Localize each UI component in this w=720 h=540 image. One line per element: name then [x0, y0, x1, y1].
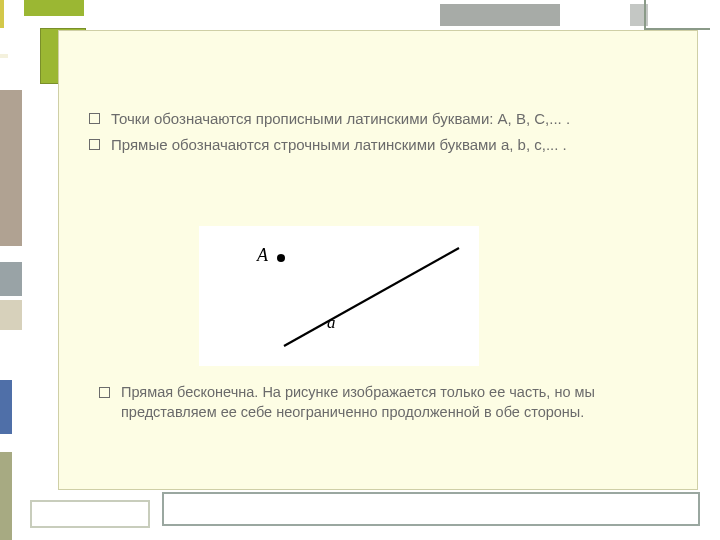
bullet-item-points: Точки обозначаются прописными латинскими…: [89, 109, 667, 129]
decor-top-frame: [644, 0, 710, 30]
decor-left-3: [0, 262, 22, 296]
decor-left-1: [0, 54, 8, 58]
geometry-figure: A a: [199, 226, 479, 366]
point-label: A: [256, 245, 269, 265]
decor-top-gray-1: [440, 4, 560, 26]
point-marker: [277, 254, 285, 262]
slide-body: Точки обозначаются прописными латинскими…: [58, 30, 698, 490]
note-text: Прямая бесконечна. На рисунке изображает…: [121, 384, 595, 420]
decor-left-5: [0, 380, 12, 434]
note-item: Прямая бесконечна. На рисунке изображает…: [99, 383, 637, 422]
bullet-text: Точки обозначаются прописными латинскими…: [111, 110, 570, 127]
line-label: a: [327, 313, 336, 332]
decor-left-4: [0, 300, 22, 330]
decor-left-6: [0, 452, 12, 540]
decor-left-2: [0, 90, 22, 246]
line-segment: [284, 248, 459, 346]
note-list: Прямая бесконечна. На рисунке изображает…: [99, 383, 637, 422]
bullet-item-lines: Прямые обозначаются строчными латинскими…: [89, 135, 667, 155]
figure-svg: A a: [199, 226, 479, 366]
decor-bottom-left: [30, 500, 150, 528]
decor-top-lime: [24, 0, 84, 16]
decor-top-yellow: [0, 0, 4, 28]
bullet-text: Прямые обозначаются строчными латинскими…: [111, 136, 567, 153]
bullet-list: Точки обозначаются прописными латинскими…: [59, 31, 697, 156]
decor-bottom-frame: [162, 492, 700, 526]
